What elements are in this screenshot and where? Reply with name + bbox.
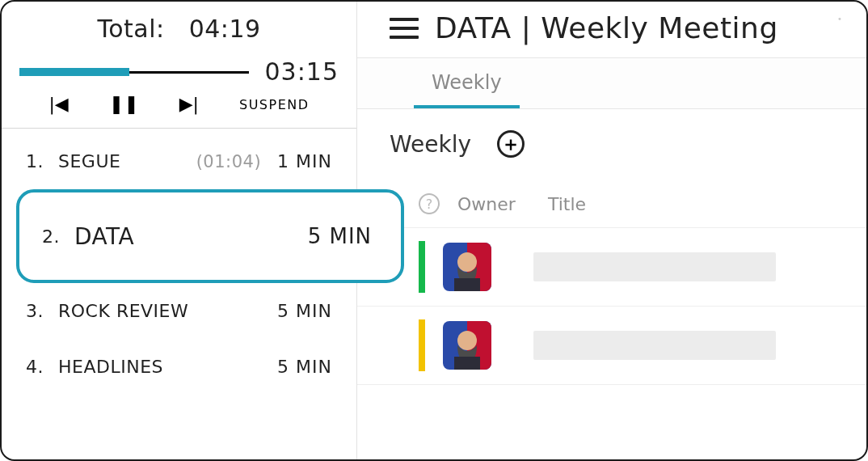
tab-weekly[interactable]: Weekly bbox=[414, 58, 520, 108]
plus-icon: ＋ bbox=[501, 131, 520, 157]
item-duration: 5 MIN bbox=[277, 301, 332, 321]
item-duration: 1 MIN bbox=[277, 151, 332, 171]
pause-icon[interactable]: ❚❚ bbox=[109, 95, 139, 113]
item-title: SEGUE bbox=[58, 151, 185, 171]
item-duration: 5 MIN bbox=[308, 224, 372, 248]
item-title: DATA bbox=[74, 223, 297, 250]
row-title-placeholder bbox=[533, 252, 776, 281]
total-line: Total: 04:19 bbox=[2, 2, 356, 57]
item-elapsed: (01:04) bbox=[196, 152, 261, 171]
section-title: Weekly bbox=[390, 131, 471, 158]
corner-indicator: • bbox=[837, 15, 844, 23]
app-frame: Total: 04:19 03:15 |◀ ❚❚ ▶| SUSPEND 1. S… bbox=[0, 0, 868, 461]
item-number: 1. bbox=[26, 151, 47, 171]
agenda-panel: Total: 04:19 03:15 |◀ ❚❚ ▶| SUSPEND 1. S… bbox=[2, 2, 357, 459]
prev-icon[interactable]: |◀ bbox=[48, 95, 68, 113]
total-time: 04:19 bbox=[181, 15, 269, 43]
agenda-list: 1. SEGUE (01:04) 1 MIN 2. DATA 5 MIN 3. … bbox=[2, 129, 356, 400]
svg-point-6 bbox=[457, 331, 477, 350]
item-duration: 5 MIN bbox=[277, 357, 332, 377]
elapsed-time: 03:15 bbox=[265, 57, 339, 86]
status-indicator-yellow bbox=[419, 319, 425, 371]
svg-point-2 bbox=[457, 252, 477, 272]
menu-icon[interactable] bbox=[390, 18, 419, 39]
svg-rect-3 bbox=[454, 278, 480, 291]
item-title: ROCK REVIEW bbox=[58, 301, 266, 321]
add-button[interactable]: ＋ bbox=[497, 130, 525, 158]
item-number: 4. bbox=[26, 357, 47, 377]
avatar bbox=[443, 243, 491, 291]
progress-bar[interactable] bbox=[19, 68, 249, 76]
col-title: Title bbox=[548, 194, 586, 214]
section-header: Weekly ＋ bbox=[357, 109, 866, 166]
progress-row: 03:15 bbox=[2, 57, 356, 92]
detail-panel: • DATA | Weekly Meeting Weekly Weekly ＋ … bbox=[357, 2, 866, 459]
col-owner: Owner bbox=[457, 194, 530, 214]
table-header: ? Owner Title bbox=[357, 193, 866, 228]
detail-header: DATA | Weekly Meeting bbox=[357, 2, 866, 57]
item-title: HEADLINES bbox=[58, 357, 266, 377]
progress-fill bbox=[19, 68, 129, 76]
total-label: Total: bbox=[89, 15, 172, 43]
agenda-item[interactable]: 1. SEGUE (01:04) 1 MIN bbox=[2, 133, 356, 189]
avatar bbox=[443, 321, 491, 370]
item-number: 3. bbox=[26, 301, 47, 321]
svg-rect-7 bbox=[454, 357, 480, 370]
next-icon[interactable]: ▶| bbox=[179, 95, 199, 113]
items-table: ? Owner Title bbox=[357, 193, 866, 385]
detail-title: DATA | Weekly Meeting bbox=[435, 11, 778, 44]
table-row[interactable] bbox=[357, 307, 866, 385]
agenda-item[interactable]: 3. ROCK REVIEW 5 MIN bbox=[2, 283, 356, 339]
item-number: 2. bbox=[42, 226, 63, 247]
help-icon[interactable]: ? bbox=[419, 193, 440, 214]
row-title-placeholder bbox=[533, 331, 776, 360]
agenda-item-selected[interactable]: 2. DATA 5 MIN bbox=[16, 189, 404, 283]
playback-controls: |◀ ❚❚ ▶| SUSPEND bbox=[2, 92, 356, 128]
suspend-button[interactable]: SUSPEND bbox=[239, 97, 310, 112]
tab-bar: Weekly bbox=[357, 57, 866, 109]
table-row[interactable] bbox=[357, 228, 866, 307]
status-indicator-green bbox=[419, 241, 425, 293]
agenda-item[interactable]: 4. HEADLINES 5 MIN bbox=[2, 339, 356, 395]
